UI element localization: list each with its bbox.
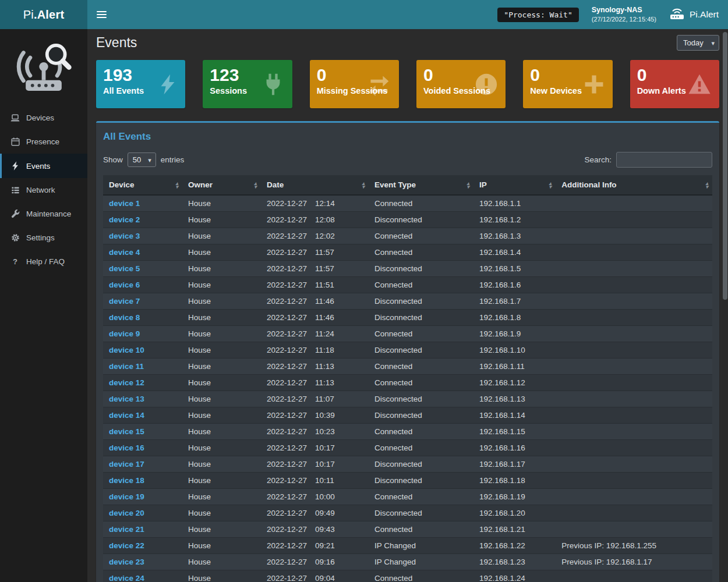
events-panel: All Events Show 50 entries Search: bbox=[96, 121, 719, 582]
ip-cell: 192.168.1.21 bbox=[473, 521, 556, 538]
entries-label: entries bbox=[161, 155, 185, 164]
device-link[interactable]: device 1 bbox=[109, 199, 140, 208]
owner-cell: House bbox=[182, 342, 261, 359]
column-header-owner[interactable]: Owner▴▾ bbox=[182, 175, 261, 195]
device-link[interactable]: device 13 bbox=[109, 395, 144, 403]
event-type-cell: Disconnected bbox=[369, 473, 473, 489]
show-label: Show bbox=[103, 155, 123, 164]
owner-cell: House bbox=[182, 521, 261, 538]
ip-cell: 192.168.1.11 bbox=[473, 359, 556, 375]
date-cell: 2022-12-2710:39 bbox=[261, 407, 369, 424]
table-row: device 9 House 2022-12-2711:24 Connected… bbox=[103, 326, 712, 342]
device-link[interactable]: device 19 bbox=[109, 492, 144, 501]
device-link[interactable]: device 9 bbox=[109, 329, 140, 338]
sidebar-item-events[interactable]: Events bbox=[0, 154, 87, 178]
card-sessions: 123 Sessions bbox=[203, 60, 292, 108]
device-link[interactable]: device 20 bbox=[109, 509, 144, 517]
column-header-additional-info[interactable]: Additional Info▴▾ bbox=[556, 175, 712, 195]
additional-info-cell bbox=[556, 326, 712, 342]
ip-cell: 192.168.1.15 bbox=[473, 424, 556, 440]
column-header-ip[interactable]: IP▴▾ bbox=[473, 175, 556, 195]
device-cell: device 24 bbox=[103, 570, 182, 582]
column-header-event-type[interactable]: Event Type▴▾ bbox=[369, 175, 473, 195]
device-link[interactable]: device 5 bbox=[109, 264, 140, 273]
sidebar-item-presence[interactable]: Presence bbox=[0, 130, 87, 154]
device-link[interactable]: device 2 bbox=[109, 215, 140, 224]
table-header-row: Device▴▾ Owner▴▾ Date▴▾ Event Type▴▾ IP▴… bbox=[103, 175, 712, 195]
device-link[interactable]: device 11 bbox=[109, 362, 144, 371]
event-type-cell: Disconnected bbox=[369, 212, 473, 228]
device-link[interactable]: device 18 bbox=[109, 476, 144, 485]
table-row: device 24 House 2022-12-2709:04 Connecte… bbox=[103, 570, 712, 582]
sidebar-toggle-icon[interactable] bbox=[87, 0, 116, 29]
additional-info-cell bbox=[556, 375, 712, 391]
event-type-cell: Connected bbox=[369, 424, 473, 440]
sort-icon: ▴▾ bbox=[362, 181, 365, 189]
search-input[interactable] bbox=[616, 152, 712, 168]
device-link[interactable]: device 14 bbox=[109, 411, 144, 420]
device-link[interactable]: device 16 bbox=[109, 443, 144, 452]
ip-cell: 192.168.1.20 bbox=[473, 505, 556, 521]
event-type-cell: IP Changed bbox=[369, 538, 473, 554]
event-type-cell: Disconnected bbox=[369, 391, 473, 407]
date-cell: 2022-12-2711:24 bbox=[261, 326, 369, 342]
period-select-wrap: Today bbox=[677, 35, 719, 51]
device-link[interactable]: device 8 bbox=[109, 313, 140, 322]
device-link[interactable]: device 24 bbox=[109, 574, 144, 582]
additional-info-cell bbox=[556, 195, 712, 212]
sidebar-item-network[interactable]: Network bbox=[0, 178, 87, 202]
additional-info-cell bbox=[556, 424, 712, 440]
page-size-select[interactable]: 50 bbox=[128, 152, 156, 167]
date-cell: 2022-12-2709:49 bbox=[261, 505, 369, 521]
device-cell: device 2 bbox=[103, 212, 182, 228]
device-link[interactable]: device 17 bbox=[109, 460, 144, 469]
sidebar-item-maintenance[interactable]: Maintenance bbox=[0, 202, 87, 226]
owner-cell: House bbox=[182, 277, 261, 293]
additional-info-cell bbox=[556, 212, 712, 228]
device-link[interactable]: device 10 bbox=[109, 346, 144, 354]
ip-cell: 192.168.1.18 bbox=[473, 473, 556, 489]
page-size-select-wrap: 50 bbox=[128, 152, 156, 167]
owner-cell: House bbox=[182, 424, 261, 440]
device-link[interactable]: device 12 bbox=[109, 378, 144, 387]
app-brand[interactable]: Pi.Alert bbox=[0, 0, 87, 29]
additional-info-cell bbox=[556, 342, 712, 359]
sidebar-item-label: Events bbox=[26, 162, 50, 171]
scrollbar-thumb[interactable] bbox=[723, 32, 727, 300]
owner-cell: House bbox=[182, 456, 261, 473]
period-select[interactable]: Today bbox=[677, 35, 719, 51]
additional-info-cell: Previous IP: 192.168.1.17 bbox=[556, 554, 712, 570]
event-type-cell: Connected bbox=[369, 489, 473, 505]
table-row: device 17 House 2022-12-2710:17 Disconne… bbox=[103, 456, 712, 473]
device-link[interactable]: device 15 bbox=[109, 427, 144, 436]
device-link[interactable]: device 3 bbox=[109, 232, 140, 240]
date-cell: 2022-12-2709:43 bbox=[261, 521, 369, 538]
owner-cell: House bbox=[182, 375, 261, 391]
sidebar-item-devices[interactable]: Devices bbox=[0, 106, 87, 130]
event-type-cell: Disconnected bbox=[369, 407, 473, 424]
device-cell: device 10 bbox=[103, 342, 182, 359]
device-cell: device 19 bbox=[103, 489, 182, 505]
device-cell: device 4 bbox=[103, 244, 182, 261]
column-header-date[interactable]: Date▴▾ bbox=[261, 175, 369, 195]
device-link[interactable]: device 22 bbox=[109, 541, 144, 550]
date-cell: 2022-12-2711:57 bbox=[261, 261, 369, 277]
additional-info-cell bbox=[556, 440, 712, 456]
date-cell: 2022-12-2710:17 bbox=[261, 456, 369, 473]
device-link[interactable]: device 4 bbox=[109, 248, 140, 257]
sidebar-item-label: Devices bbox=[26, 113, 54, 122]
device-link[interactable]: device 7 bbox=[109, 297, 140, 306]
device-cell: device 11 bbox=[103, 359, 182, 375]
device-link[interactable]: device 21 bbox=[109, 525, 144, 534]
date-cell: 2022-12-2710:17 bbox=[261, 440, 369, 456]
ip-cell: 192.168.1.23 bbox=[473, 554, 556, 570]
device-link[interactable]: device 23 bbox=[109, 558, 144, 566]
vertical-scrollbar[interactable] bbox=[722, 29, 728, 582]
sidebar-item-help-faq[interactable]: ? Help / FAQ bbox=[0, 250, 87, 274]
sidebar-item-settings[interactable]: Settings bbox=[0, 226, 87, 250]
ip-cell: 192.168.1.12 bbox=[473, 375, 556, 391]
date-cell: 2022-12-2709:04 bbox=[261, 570, 369, 582]
column-header-device[interactable]: Device▴▾ bbox=[103, 175, 182, 195]
device-link[interactable]: device 6 bbox=[109, 281, 140, 289]
date-cell: 2022-12-2711:57 bbox=[261, 244, 369, 261]
